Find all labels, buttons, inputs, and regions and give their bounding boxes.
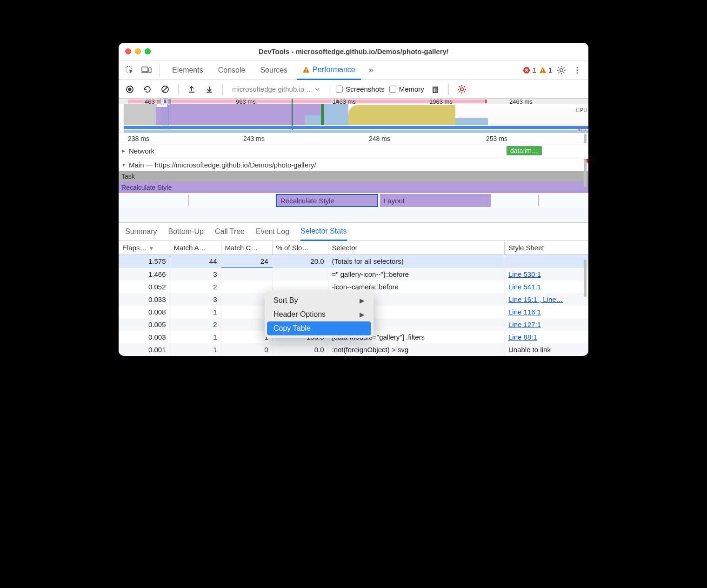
task-bar[interactable]: Task [119, 171, 588, 182]
network-chip[interactable]: data:im… [507, 146, 542, 155]
inspect-icon[interactable] [123, 64, 136, 77]
expand-icon[interactable] [121, 149, 126, 154]
svg-point-29 [460, 87, 463, 90]
overview-handle-right[interactable] [167, 98, 171, 105]
ruler-tick: 238 ms [128, 135, 149, 142]
devtools-window: DevTools - microsoftedge.github.io/Demos… [119, 43, 588, 356]
collect-garbage-icon[interactable] [429, 83, 442, 96]
overview-handle-left[interactable] [160, 98, 164, 105]
cpu-label: CPU [576, 107, 587, 114]
svg-rect-4 [306, 68, 307, 71]
tab-performance[interactable]: Performance [297, 61, 361, 80]
ctx-sort-by[interactable]: Sort By▶ [267, 294, 371, 307]
main-label: Main — https://microsoftedge.github.io/D… [129, 161, 316, 169]
target-select[interactable]: microsoftedge.github.io … [229, 85, 322, 93]
stylesheet-link[interactable]: Line 88:1 [508, 333, 537, 341]
main-thread-lane[interactable]: Main — https://microsoftedge.github.io/D… [119, 159, 588, 222]
ctx-header-options[interactable]: Header Options▶ [267, 307, 371, 321]
table-row[interactable]: 1.575 44 24 20.0 (Totals for all selecto… [119, 255, 588, 268]
detail-ruler[interactable]: 238 ms 243 ms 248 ms 253 ms [119, 133, 588, 145]
net-label: NET [576, 126, 587, 133]
tab-bottomup[interactable]: Bottom-Up [168, 223, 203, 241]
window-title: DevTools - microsoftedge.github.io/Demos… [119, 47, 588, 55]
settings-icon[interactable] [555, 64, 568, 77]
download-icon[interactable] [203, 83, 216, 96]
reload-icon[interactable] [141, 83, 154, 96]
ruler-tick: 248 ms [369, 135, 390, 142]
warning-badge[interactable]: 1 [539, 66, 552, 74]
focused-cell[interactable]: 24 [221, 255, 272, 268]
memory-checkbox[interactable]: Memory [389, 85, 424, 93]
stylesheet-link[interactable]: Line 541:1 [508, 283, 541, 291]
table-row[interactable]: 1.466 3 =" gallery-icon--"]::before Line… [119, 268, 588, 281]
perf-toolbar: microsoftedge.github.io … Screenshots Me… [119, 80, 588, 99]
svg-line-36 [459, 91, 460, 92]
overview-timeline[interactable]: 463 ms 963 ms 1463 ms 1963 ms 2463 ms CP… [119, 99, 588, 133]
recalculate-style-bar[interactable]: Recalculate Style [119, 182, 588, 193]
col-match-attempts[interactable]: Match A… [170, 241, 221, 255]
ctx-copy-table[interactable]: Copy Table [267, 321, 371, 335]
recalculate-style-segment[interactable]: Recalculate Style [276, 194, 378, 207]
svg-point-9 [560, 68, 563, 71]
kebab-icon[interactable] [571, 64, 584, 77]
svg-line-16 [559, 72, 560, 73]
warning-icon [539, 67, 547, 74]
context-menu: Sort By▶ Header Options▶ Copy Table [265, 291, 374, 338]
capture-settings-icon[interactable] [455, 83, 468, 96]
clear-icon[interactable] [159, 83, 172, 96]
svg-point-19 [576, 69, 578, 71]
table-scrollbar[interactable] [584, 260, 587, 297]
upload-icon[interactable] [185, 83, 198, 96]
chevron-right-icon: ▶ [360, 297, 365, 304]
error-badge[interactable]: 1 [523, 66, 536, 74]
svg-rect-8 [542, 72, 543, 73]
ruler-tick: 253 ms [486, 135, 507, 142]
panel-tabs: Elements Console Sources Performance » 1… [119, 60, 588, 80]
col-selector[interactable]: Selector [328, 241, 505, 255]
warning-icon [302, 66, 310, 74]
ruler-tick: 243 ms [243, 135, 265, 142]
layout-segment[interactable]: Layout [380, 194, 491, 207]
device-icon[interactable] [140, 64, 153, 77]
tab-summary[interactable]: Summary [125, 223, 157, 241]
tab-elements[interactable]: Elements [167, 60, 209, 80]
chevron-right-icon: ▶ [360, 311, 365, 318]
tab-selector-stats[interactable]: Selector Stats [300, 223, 347, 241]
screenshots-checkbox[interactable]: Screenshots [336, 85, 384, 93]
svg-point-22 [128, 87, 132, 91]
table-row[interactable]: 0.001 1 0 0.0 :not(foreignObject) > svg … [119, 343, 588, 356]
overview-scrollbar[interactable] [584, 134, 587, 143]
stylesheet-link[interactable]: Line 116:1 [508, 308, 541, 316]
record-icon[interactable] [123, 83, 136, 96]
tab-calltree[interactable]: Call Tree [215, 223, 245, 241]
svg-point-18 [576, 67, 578, 68]
stylesheet-link[interactable]: Line 16:1 , Line… [508, 295, 563, 303]
col-pct-slow[interactable]: % of Slo… [272, 241, 328, 255]
collapse-icon[interactable] [121, 163, 126, 167]
col-elapsed[interactable]: Elaps…▼ [119, 241, 170, 255]
svg-line-34 [459, 86, 460, 87]
error-icon [523, 67, 530, 74]
svg-rect-7 [542, 69, 543, 71]
svg-line-17 [563, 67, 564, 68]
svg-rect-1 [142, 67, 148, 72]
detail-tabs: Summary Bottom-Up Call Tree Event Log Se… [119, 222, 588, 241]
col-stylesheet[interactable]: Style Sheet [505, 241, 588, 255]
stylesheet-link[interactable]: Line 530:1 [508, 270, 541, 278]
svg-line-37 [464, 86, 465, 87]
tab-console[interactable]: Console [213, 60, 251, 80]
svg-rect-5 [306, 71, 307, 72]
stylesheet-link[interactable]: Line 127:1 [508, 321, 541, 328]
more-tabs-icon[interactable]: » [365, 64, 378, 77]
tab-sources[interactable]: Sources [254, 60, 293, 80]
svg-line-14 [559, 67, 560, 68]
network-lane[interactable]: Network data:im… [119, 145, 588, 159]
svg-line-24 [163, 87, 167, 92]
flame-scrollbar[interactable] [584, 159, 587, 187]
window-titlebar: DevTools - microsoftedge.github.io/Demos… [119, 43, 588, 60]
col-match-count[interactable]: Match C… [221, 241, 272, 255]
svg-rect-3 [149, 68, 151, 73]
tab-eventlog[interactable]: Event Log [256, 223, 289, 241]
svg-point-20 [576, 72, 578, 74]
svg-line-35 [464, 91, 465, 92]
